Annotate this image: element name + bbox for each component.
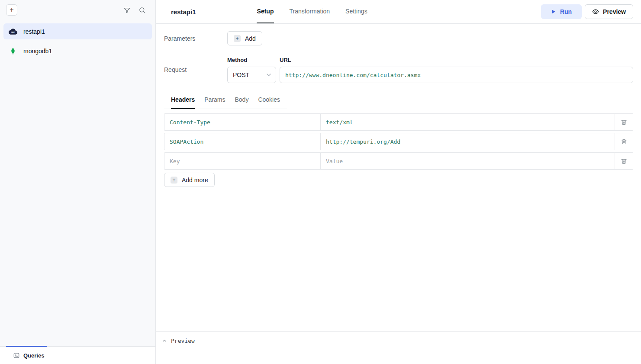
- sidebar-toolbar: +: [0, 0, 155, 20]
- filter-icon[interactable]: [123, 6, 131, 14]
- headers-table: Content-Type text/xml SOAPAction http://…: [164, 113, 633, 187]
- preview-panel-toggle[interactable]: Preview: [162, 335, 195, 346]
- method-value: POST: [233, 71, 249, 78]
- add-query-button[interactable]: +: [6, 4, 17, 16]
- tab-setup[interactable]: Setup: [257, 0, 274, 23]
- search-icon[interactable]: [139, 6, 146, 14]
- query-editor-header: restapi1 Setup Transformation Settings R…: [156, 0, 641, 24]
- parameters-row: Parameters + Add: [164, 31, 633, 45]
- mongodb-icon: [9, 47, 17, 55]
- delete-row-button[interactable]: [615, 114, 633, 130]
- eye-icon: [592, 8, 599, 15]
- url-field: URL http://www.dneonline.com/calculator.…: [280, 57, 633, 83]
- table-row: Content-Type text/xml: [164, 113, 633, 131]
- play-icon: [551, 9, 556, 14]
- chevron-down-icon: [265, 71, 272, 78]
- rest-api-icon: REST: [9, 27, 17, 36]
- header-value-field[interactable]: http://tempuri.org/Add: [321, 133, 615, 150]
- svg-text:REST: REST: [11, 32, 16, 33]
- method-label: Method: [227, 57, 276, 63]
- new-header-key-input[interactable]: [170, 153, 315, 169]
- run-button[interactable]: Run: [541, 4, 582, 19]
- query-name-title[interactable]: restapi1: [171, 8, 196, 16]
- query-item-restapi1[interactable]: REST restapi1: [3, 23, 152, 39]
- request-detail-tabs: Headers Params Body Cookies: [164, 96, 287, 109]
- editor-tabs: Setup Transformation Settings: [257, 0, 368, 23]
- add-parameter-label: Add: [245, 35, 256, 42]
- bottom-panel-bar: Queries: [0, 346, 155, 364]
- queries-tab[interactable]: Queries: [23, 352, 44, 359]
- add-more-label: Add more: [182, 177, 208, 184]
- tab-transformation[interactable]: Transformation: [289, 0, 330, 23]
- table-row: SOAPAction http://tempuri.org/Add: [164, 133, 633, 150]
- parameters-label: Parameters: [164, 35, 227, 42]
- method-select[interactable]: POST: [227, 67, 276, 83]
- header-key-field[interactable]: Content-Type: [164, 114, 321, 130]
- tab-params[interactable]: Params: [204, 96, 225, 109]
- header-value-field: [321, 153, 615, 169]
- new-header-value-input[interactable]: [326, 153, 609, 169]
- setup-panel: Parameters + Add Request Method POST: [156, 24, 641, 331]
- delete-row-button[interactable]: [615, 133, 633, 150]
- url-label: URL: [280, 57, 633, 63]
- table-row: [164, 152, 633, 170]
- request-label: Request: [164, 57, 227, 73]
- add-more-wrap: + Add more: [164, 173, 633, 187]
- query-item-label: mongodb1: [23, 48, 52, 55]
- tab-headers[interactable]: Headers: [171, 96, 195, 109]
- tab-body[interactable]: Body: [235, 96, 249, 109]
- preview-button[interactable]: Preview: [585, 4, 633, 19]
- query-list: REST restapi1 mongodb1: [0, 20, 155, 346]
- plus-icon: +: [171, 177, 177, 184]
- query-item-mongodb1[interactable]: mongodb1: [3, 43, 152, 59]
- request-row: Request Method POST URL http://www.d: [164, 57, 633, 83]
- tab-cookies[interactable]: Cookies: [258, 96, 280, 109]
- header-key-field: [164, 153, 321, 169]
- tab-settings[interactable]: Settings: [345, 0, 368, 23]
- preview-panel: Preview: [156, 331, 641, 364]
- add-more-button[interactable]: + Add more: [164, 173, 215, 187]
- header-value-field[interactable]: text/xml: [321, 114, 615, 130]
- header-actions: Run Preview: [541, 4, 633, 19]
- preview-panel-label: Preview: [171, 338, 195, 344]
- method-field: Method POST: [227, 57, 276, 83]
- query-editor-main: restapi1 Setup Transformation Settings R…: [156, 0, 641, 364]
- query-item-label: restapi1: [23, 28, 45, 35]
- plus-icon: +: [10, 6, 13, 13]
- app-window: + REST re: [0, 0, 641, 364]
- header-key-field[interactable]: SOAPAction: [164, 133, 321, 150]
- plus-icon: +: [234, 35, 241, 42]
- queries-tab-active-indicator: [6, 346, 47, 347]
- query-sidebar: + REST re: [0, 0, 156, 364]
- add-parameter-button[interactable]: + Add: [227, 31, 262, 45]
- url-input[interactable]: http://www.dneonline.com/calculator.asmx: [280, 67, 633, 83]
- queries-icon: [13, 352, 20, 359]
- delete-row-button[interactable]: [615, 153, 633, 169]
- run-button-label: Run: [560, 8, 572, 15]
- chevron-up-icon: [162, 338, 167, 343]
- preview-button-label: Preview: [603, 8, 626, 15]
